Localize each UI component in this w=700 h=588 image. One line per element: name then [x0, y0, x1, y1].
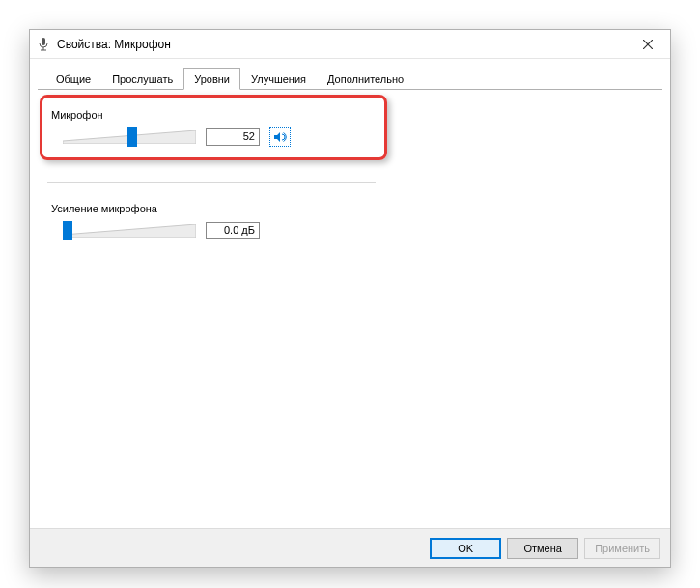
- window-title: Свойства: Микрофон: [57, 38, 171, 51]
- ok-button[interactable]: OK: [430, 538, 501, 559]
- properties-window: Свойства: Микрофон Общие Прослушать Уров…: [29, 29, 671, 568]
- microphone-slider[interactable]: [63, 126, 196, 148]
- microphone-level-group: Микрофон 52: [45, 103, 655, 157]
- microphone-label: Микрофон: [51, 109, 649, 121]
- group-divider: [47, 182, 376, 183]
- tab-general[interactable]: Общие: [45, 68, 101, 89]
- mic-boost-slider-thumb[interactable]: [63, 221, 72, 240]
- microphone-slider-thumb[interactable]: [127, 127, 137, 147]
- microphone-mute-button[interactable]: [269, 127, 291, 147]
- apply-button[interactable]: Применить: [584, 538, 660, 559]
- close-button[interactable]: [626, 30, 670, 59]
- close-icon: [643, 40, 653, 49]
- slider-track-shape: [63, 224, 196, 238]
- mic-boost-group: Усиление микрофона 0.0 дБ: [45, 203, 655, 241]
- svg-rect-0: [42, 38, 45, 45]
- mic-boost-value[interactable]: 0.0 дБ: [206, 222, 260, 239]
- tabbar: Общие Прослушать Уровни Улучшения Дополн…: [38, 63, 662, 90]
- tab-enhancements[interactable]: Улучшения: [240, 68, 317, 89]
- mic-boost-label: Усиление микрофона: [51, 203, 649, 214]
- tab-levels[interactable]: Уровни: [183, 68, 240, 90]
- tab-listen[interactable]: Прослушать: [101, 68, 183, 89]
- svg-marker-6: [274, 132, 280, 142]
- mic-boost-slider[interactable]: [63, 220, 196, 241]
- tab-advanced[interactable]: Дополнительно: [317, 68, 414, 89]
- microphone-slider-row: 52: [51, 126, 649, 148]
- tab-content-levels: Микрофон 52: [30, 90, 670, 528]
- mic-boost-slider-row: 0.0 дБ: [51, 220, 649, 241]
- mic-icon: [36, 37, 51, 52]
- speaker-icon: [273, 130, 287, 144]
- microphone-value[interactable]: 52: [206, 128, 260, 146]
- button-bar: OK Отмена Применить: [30, 528, 670, 567]
- svg-marker-7: [63, 224, 196, 238]
- cancel-button[interactable]: Отмена: [507, 538, 578, 559]
- titlebar: Свойства: Микрофон: [30, 30, 670, 59]
